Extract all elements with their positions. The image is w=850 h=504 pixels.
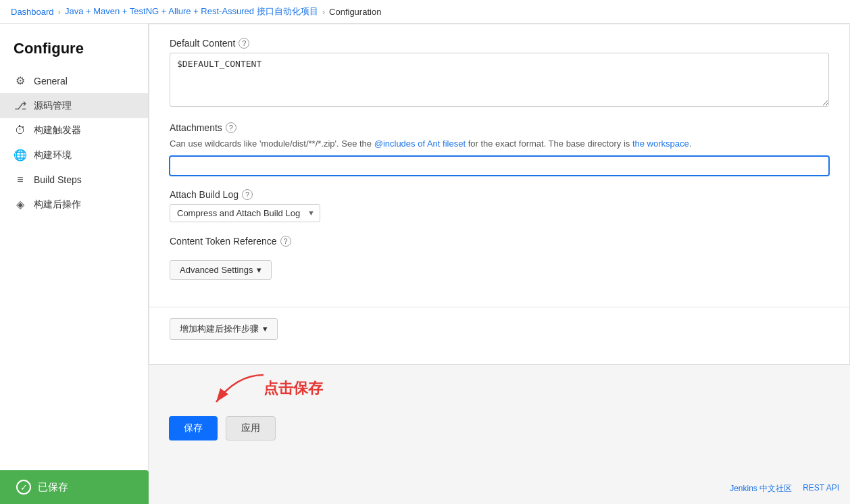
default-content-help-icon[interactable]: ?: [239, 38, 249, 49]
sidebar-item-env-label: 构建环境: [34, 149, 72, 161]
breadcrumb-sep-2: ›: [322, 7, 325, 17]
rest-api-link[interactable]: REST API: [803, 483, 839, 495]
main-content: Default Content ? $DEFAULT_CONTENT Attac…: [149, 24, 850, 503]
gear-icon: ⚙: [14, 74, 27, 87]
advanced-settings-label: Advanced Settings: [180, 265, 253, 275]
globe-icon: 🌐: [14, 149, 27, 161]
sidebar-item-build-steps-label: Build Steps: [34, 174, 82, 185]
sidebar-item-general[interactable]: ⚙ General: [0, 68, 148, 93]
sidebar-item-source-label: 源码管理: [34, 100, 72, 112]
toast-success: ✓ 已保存: [0, 470, 149, 504]
annotation-section: 点击保存 保存 应用: [149, 365, 850, 454]
footer-links: Jenkins 中文社区 REST API: [730, 483, 839, 495]
attach-build-log-select[interactable]: Compress and Attach Build Log Attach Bui…: [170, 204, 320, 222]
attachments-group: Attachments ? Can use wildcards like 'mo…: [170, 122, 829, 176]
content-token-ref-group: Content Token Reference ?: [170, 236, 829, 247]
attachments-helper: Can use wildcards like 'module/dist/**/*…: [170, 137, 829, 151]
advanced-settings-group: Advanced Settings ▾: [170, 260, 829, 280]
default-content-textarea[interactable]: $DEFAULT_CONTENT: [170, 53, 829, 107]
sidebar-item-env[interactable]: 🌐 构建环境: [0, 143, 148, 168]
attach-build-log-select-wrapper: Compress and Attach Build Log Attach Bui…: [170, 204, 320, 222]
add-step-chevron-icon: ▾: [263, 324, 268, 334]
sidebar-title: Configure: [0, 34, 148, 68]
clock-icon: ⏱: [14, 124, 27, 136]
sidebar-item-triggers[interactable]: ⏱ 构建触发器: [0, 118, 148, 143]
sidebar-item-source[interactable]: ⎇ 源码管理: [0, 93, 148, 118]
list-icon: ≡: [14, 174, 27, 186]
jenkins-community-link[interactable]: Jenkins 中文社区: [730, 483, 792, 495]
sidebar: Configure ⚙ General ⎇ 源码管理 ⏱ 构建触发器 🌐 构建环…: [0, 24, 149, 503]
advanced-settings-button[interactable]: Advanced Settings ▾: [170, 260, 272, 280]
default-content-label: Default Content ?: [170, 38, 829, 49]
buttons-row: 保存 应用: [169, 416, 830, 454]
sidebar-item-build-steps[interactable]: ≡ Build Steps: [0, 168, 148, 192]
content-token-ref-label: Content Token Reference ?: [170, 236, 829, 247]
sidebar-item-triggers-label: 构建触发器: [34, 124, 81, 136]
content-panel: Default Content ? $DEFAULT_CONTENT Attac…: [149, 24, 850, 307]
attachments-help-icon[interactable]: ?: [226, 122, 236, 133]
ant-fileset-link[interactable]: @includes of Ant fileset: [374, 138, 466, 149]
add-step-label: 增加构建后操作步骤: [180, 323, 259, 335]
default-content-group: Default Content ? $DEFAULT_CONTENT: [170, 38, 829, 109]
attach-build-log-help-icon[interactable]: ?: [242, 189, 253, 200]
breadcrumb: Dashboard › Java + Maven + TestNG + Allu…: [0, 0, 850, 24]
annotation-text: 点击保存: [264, 378, 323, 399]
sidebar-item-post[interactable]: ◈ 构建后操作: [0, 192, 148, 217]
content-token-ref-help-icon[interactable]: ?: [280, 236, 291, 247]
sidebar-item-post-label: 构建后操作: [34, 199, 81, 211]
add-step-section: 增加构建后操作步骤 ▾: [149, 307, 850, 365]
advanced-settings-chevron-icon: ▾: [257, 265, 261, 275]
attachments-label: Attachments ?: [170, 122, 829, 133]
workspace-link[interactable]: the workspace: [632, 138, 689, 149]
check-icon: ✓: [16, 480, 31, 495]
breadcrumb-dashboard[interactable]: Dashboard: [11, 7, 54, 17]
sidebar-item-general-label: General: [34, 76, 68, 86]
breadcrumb-sep-1: ›: [58, 7, 61, 17]
diamond-icon: ◈: [14, 198, 27, 211]
add-step-button[interactable]: 增加构建后操作步骤 ▾: [170, 318, 278, 340]
add-step-select-wrapper: 增加构建后操作步骤 ▾: [170, 318, 278, 353]
attachments-input[interactable]: [170, 156, 829, 176]
attach-build-log-label: Attach Build Log ?: [170, 189, 829, 200]
save-button[interactable]: 保存: [169, 416, 218, 440]
attach-build-log-group: Attach Build Log ? Compress and Attach B…: [170, 189, 829, 222]
breadcrumb-current: Configuration: [329, 7, 381, 17]
toast-message: 已保存: [38, 481, 68, 494]
branch-icon: ⎇: [14, 99, 27, 112]
breadcrumb-project[interactable]: Java + Maven + TestNG + Allure + Rest-As…: [65, 5, 318, 18]
apply-button[interactable]: 应用: [226, 416, 276, 440]
